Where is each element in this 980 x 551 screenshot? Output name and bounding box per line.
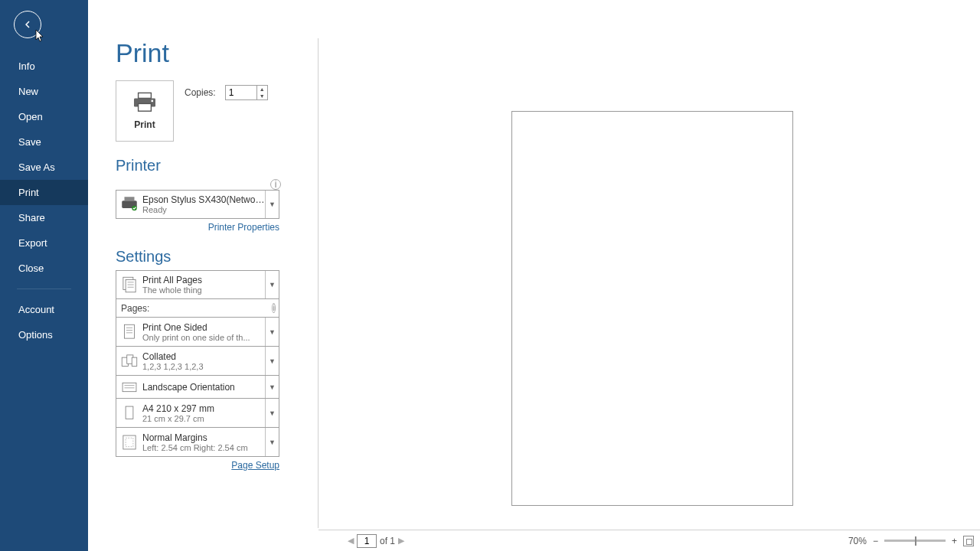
backstage-sidebar: Info New Open Save Save As Print Share E…: [0, 0, 88, 551]
page-setup-link[interactable]: Page Setup: [231, 460, 279, 471]
sidebar-separator: [17, 289, 71, 289]
sidebar-item-open[interactable]: Open: [0, 104, 88, 129]
sidebar-item-save[interactable]: Save: [0, 129, 88, 155]
sides-sub: Only print on one side of th...: [142, 333, 265, 342]
pages-row: Pages: i: [116, 299, 279, 318]
pages-info-icon[interactable]: i: [272, 303, 276, 313]
svg-rect-19: [122, 383, 136, 391]
next-page-button[interactable]: ▶: [398, 536, 404, 546]
orientation-title: Landscape Orientation: [142, 382, 265, 393]
printer-status: Ready: [142, 205, 265, 214]
zoom-in-button[interactable]: +: [952, 536, 957, 546]
doc-stack-icon: [116, 275, 142, 295]
svg-rect-12: [125, 324, 135, 338]
copies-spinner[interactable]: ▲ ▼: [225, 85, 268, 100]
chevron-down-icon: ▼: [265, 376, 279, 398]
zoom-slider[interactable]: [884, 540, 946, 542]
sheet-icon: [116, 322, 142, 342]
chevron-down-icon: ▼: [265, 191, 279, 218]
fit-page-button[interactable]: [963, 536, 974, 546]
sidebar-item-options[interactable]: Options: [0, 322, 88, 347]
svg-rect-8: [126, 280, 136, 292]
orientation-dropdown[interactable]: Landscape Orientation ▼: [116, 376, 279, 399]
sides-dropdown[interactable]: Print One Sided Only print on one side o…: [116, 318, 279, 347]
page-total: of 1: [380, 536, 395, 546]
landscape-icon: [116, 377, 142, 397]
print-button-label: Print: [134, 119, 155, 130]
svg-point-3: [151, 100, 153, 103]
back-button[interactable]: [14, 11, 41, 38]
back-arrow-icon: [21, 18, 34, 31]
print-button[interactable]: Print: [116, 80, 174, 142]
printer-icon: [132, 92, 158, 113]
page-number-input[interactable]: [357, 534, 377, 548]
printer-properties-link[interactable]: Printer Properties: [208, 222, 279, 233]
margins-icon: [116, 432, 142, 452]
collate-title: Collated: [142, 351, 265, 362]
margins-sub: Left: 2.54 cm Right: 2.54 cm: [142, 443, 265, 452]
chevron-down-icon: ▼: [265, 347, 279, 375]
print-range-sub: The whole thing: [142, 285, 265, 295]
copies-down[interactable]: ▼: [257, 93, 267, 99]
paper-size-sub: 21 cm x 29.7 cm: [142, 414, 265, 423]
sidebar-item-account[interactable]: Account: [0, 297, 88, 322]
collate-icon: [116, 351, 142, 371]
copies-label: Copies:: [185, 87, 216, 98]
copies-up[interactable]: ▲: [257, 86, 267, 93]
preview-statusbar: ◀ of 1 ▶ 70% − +: [318, 530, 980, 551]
print-range-title: Print All Pages: [142, 275, 265, 285]
margins-title: Normal Margins: [142, 432, 265, 443]
svg-rect-0: [139, 93, 152, 98]
page-heading: Print: [116, 38, 318, 68]
pages-label: Pages:: [116, 303, 154, 314]
svg-rect-18: [132, 357, 137, 366]
chevron-down-icon: ▼: [265, 399, 279, 427]
sidebar-item-info[interactable]: Info: [0, 54, 88, 79]
print-panel: Print Print Copies: ▲ ▼ Printer i: [88, 0, 318, 551]
chevron-down-icon: ▼: [265, 271, 279, 298]
copies-input[interactable]: [226, 86, 256, 99]
svg-rect-22: [126, 406, 133, 419]
sidebar-item-close[interactable]: Close: [0, 256, 88, 281]
chevron-down-icon: ▼: [265, 428, 279, 456]
sidebar-item-export[interactable]: Export: [0, 230, 88, 256]
sidebar-item-share[interactable]: Share: [0, 205, 88, 230]
pages-input[interactable]: [155, 301, 270, 316]
svg-rect-23: [123, 435, 136, 449]
sidebar-menu: Info New Open Save Save As Print Share E…: [0, 54, 88, 347]
svg-rect-5: [125, 197, 135, 201]
page-preview: [511, 111, 793, 506]
printer-dropdown[interactable]: Epson Stylus SX430(Network) Ready ▼: [116, 190, 279, 219]
printer-info-icon[interactable]: i: [270, 179, 281, 190]
zoom-out-button[interactable]: −: [873, 536, 878, 546]
printer-name: Epson Stylus SX430(Network): [142, 194, 265, 205]
collate-dropdown[interactable]: Collated 1,2,3 1,2,3 1,2,3 ▼: [116, 347, 279, 376]
printer-properties-row: Printer Properties: [116, 222, 279, 233]
page-setup-row: Page Setup: [116, 460, 279, 471]
sidebar-item-new[interactable]: New: [0, 79, 88, 104]
sidebar-item-print[interactable]: Print: [0, 180, 88, 205]
zoom-value: 70%: [848, 536, 867, 546]
prev-page-button[interactable]: ◀: [348, 536, 354, 546]
settings-heading: Settings: [116, 248, 318, 266]
page-icon: [116, 403, 142, 423]
printer-heading: Printer: [116, 157, 318, 174]
paper-size-dropdown[interactable]: A4 210 x 297 mm 21 cm x 29.7 cm ▼: [116, 399, 279, 428]
sides-title: Print One Sided: [142, 322, 265, 333]
print-range-dropdown[interactable]: Print All Pages The whole thing ▼: [116, 270, 279, 299]
svg-rect-2: [139, 103, 152, 111]
preview-pane: [318, 0, 980, 528]
sidebar-item-save-as[interactable]: Save As: [0, 155, 88, 180]
margins-dropdown[interactable]: Normal Margins Left: 2.54 cm Right: 2.54…: [116, 428, 279, 457]
paper-size-title: A4 210 x 297 mm: [142, 403, 265, 414]
chevron-down-icon: ▼: [265, 318, 279, 346]
printer-device-icon: [116, 194, 142, 214]
collate-sub: 1,2,3 1,2,3 1,2,3: [142, 362, 265, 371]
